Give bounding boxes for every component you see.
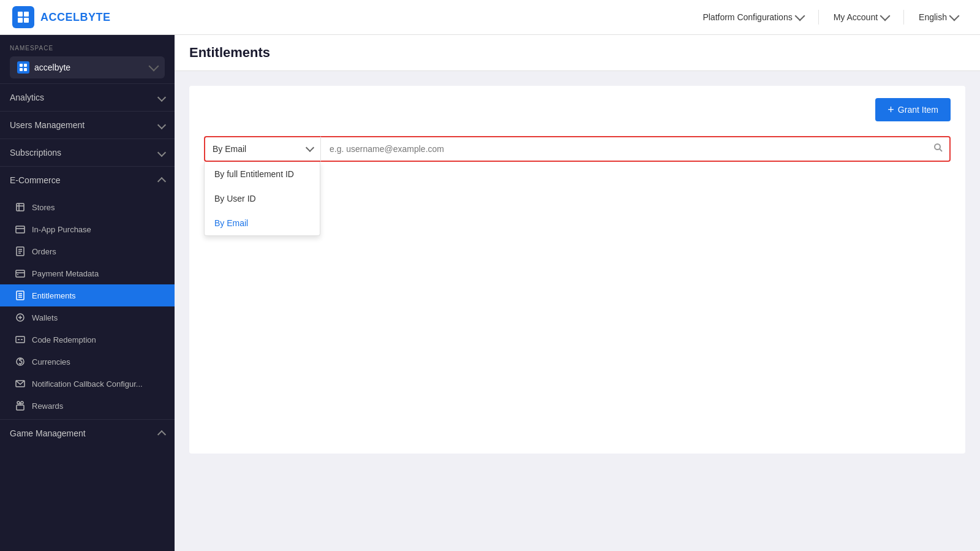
app-body: NAMESPACE accelbyte xyxy=(0,35,980,551)
svg-point-36 xyxy=(21,401,23,404)
namespace-name: accelbyte xyxy=(34,63,70,72)
sidebar-section-ecommerce: E-Commerce Stores xyxy=(0,166,175,419)
sidebar-section-subscriptions: Subscriptions xyxy=(0,139,175,166)
namespace-chevron xyxy=(149,61,159,72)
search-input-wrapper xyxy=(320,136,951,162)
analytics-chevron xyxy=(157,93,166,102)
svg-rect-2 xyxy=(18,18,23,23)
rewards-icon xyxy=(15,400,26,411)
sidebar-item-rewards[interactable]: Rewards xyxy=(0,395,175,417)
svg-line-38 xyxy=(940,149,942,151)
payment-icon xyxy=(15,268,26,279)
svg-rect-8 xyxy=(17,203,24,211)
svg-rect-17 xyxy=(16,270,24,277)
filter-chevron xyxy=(306,143,314,152)
sidebar-section-header-analytics[interactable]: Analytics xyxy=(0,84,175,111)
svg-rect-4 xyxy=(20,64,23,67)
filter-select-display[interactable]: By Email xyxy=(204,136,320,162)
dropdown-item-full-entitlement[interactable]: By full Entitlement ID xyxy=(205,162,320,186)
sidebar-item-stores[interactable]: Stores xyxy=(0,196,175,218)
ecommerce-chevron xyxy=(157,177,166,186)
page-title: Entitlements xyxy=(189,45,965,61)
nav-divider-2 xyxy=(903,10,904,25)
dropdown-item-user-id[interactable]: By User ID xyxy=(205,186,320,211)
nav-divider xyxy=(818,10,819,25)
logo: ACCELBYTE xyxy=(12,6,111,28)
sidebar-item-payment-metadata[interactable]: Payment Metadata xyxy=(0,262,175,284)
sidebar-section-header-ecommerce[interactable]: E-Commerce xyxy=(0,167,175,194)
my-account-nav[interactable]: My Account xyxy=(824,7,899,27)
svg-point-35 xyxy=(17,401,20,404)
orders-icon xyxy=(15,246,26,257)
sidebar-section-users: Users Management xyxy=(0,111,175,139)
namespace-section: NAMESPACE accelbyte xyxy=(0,35,175,83)
svg-rect-3 xyxy=(24,18,29,23)
header: ACCELBYTE Platform Configurations My Acc… xyxy=(0,0,980,35)
namespace-label: NAMESPACE xyxy=(10,45,165,51)
subscriptions-chevron xyxy=(157,148,166,157)
svg-point-19 xyxy=(17,274,18,275)
main-content: Entitlements + Grant Item By Email xyxy=(175,35,980,551)
sidebar-item-wallets[interactable]: Wallets xyxy=(0,306,175,329)
my-account-chevron xyxy=(880,11,891,21)
svg-rect-5 xyxy=(24,64,27,67)
notification-icon xyxy=(15,378,26,389)
game-management-chevron xyxy=(157,430,166,439)
sidebar-section-game-management: Game Management xyxy=(0,419,175,447)
plus-icon: + xyxy=(888,104,894,115)
logo-text: ACCELBYTE xyxy=(40,11,111,24)
users-chevron xyxy=(157,121,166,129)
sidebar-item-currencies[interactable]: Currencies xyxy=(0,351,175,373)
content-card: + Grant Item By Email By full Entitlemen… xyxy=(189,86,965,454)
sidebar-item-code-redemption[interactable]: Code Redemption xyxy=(0,329,175,351)
logo-icon xyxy=(12,6,34,28)
card-toolbar: + Grant Item xyxy=(204,98,951,121)
namespace-icon xyxy=(17,61,29,74)
entitlements-icon xyxy=(15,290,26,301)
search-row: By Email By full Entitlement ID By User … xyxy=(204,136,951,162)
svg-rect-7 xyxy=(24,68,27,71)
page-header: Entitlements xyxy=(175,35,980,71)
svg-rect-11 xyxy=(16,226,24,233)
filter-dropdown-menu: By full Entitlement ID By User ID By Ema… xyxy=(204,162,320,236)
platform-config-nav[interactable]: Platform Configurations xyxy=(693,7,813,27)
svg-rect-34 xyxy=(17,405,24,410)
sidebar-item-in-app-purchase[interactable]: In-App Purchase xyxy=(0,218,175,240)
sidebar-section-header-subscriptions[interactable]: Subscriptions xyxy=(0,139,175,166)
dropdown-item-email[interactable]: By Email xyxy=(205,211,320,235)
header-nav: Platform Configurations My Account Engli… xyxy=(693,7,968,27)
sidebar-item-notification-callback[interactable]: Notification Callback Configur... xyxy=(0,373,175,395)
sidebar-section-header-users[interactable]: Users Management xyxy=(0,112,175,139)
code-icon xyxy=(15,334,26,345)
filter-dropdown: By Email By full Entitlement ID By User … xyxy=(204,136,320,162)
svg-point-37 xyxy=(935,144,940,150)
sidebar: NAMESPACE accelbyte xyxy=(0,35,175,551)
page-body: + Grant Item By Email By full Entitlemen… xyxy=(175,71,980,468)
search-input[interactable] xyxy=(320,136,951,162)
svg-rect-6 xyxy=(20,68,23,71)
sidebar-section-header-game-management[interactable]: Game Management xyxy=(0,420,175,447)
currencies-icon xyxy=(15,356,26,367)
namespace-selector[interactable]: accelbyte xyxy=(10,56,165,78)
svg-rect-0 xyxy=(18,12,23,17)
language-chevron xyxy=(949,11,960,21)
sidebar-item-entitlements[interactable]: Entitlements xyxy=(0,284,175,306)
platform-config-chevron xyxy=(794,11,805,21)
sidebar-section-analytics: Analytics xyxy=(0,83,175,111)
svg-rect-27 xyxy=(16,336,24,343)
ecommerce-items: Stores In-App Purchase xyxy=(0,194,175,419)
wallets-icon xyxy=(15,312,26,323)
purchase-icon xyxy=(15,224,26,235)
language-nav[interactable]: English xyxy=(909,7,968,27)
search-icon xyxy=(933,143,943,155)
store-icon xyxy=(15,202,26,213)
svg-rect-1 xyxy=(24,12,29,17)
grant-item-button[interactable]: + Grant Item xyxy=(875,98,951,121)
sidebar-item-orders[interactable]: Orders xyxy=(0,240,175,262)
